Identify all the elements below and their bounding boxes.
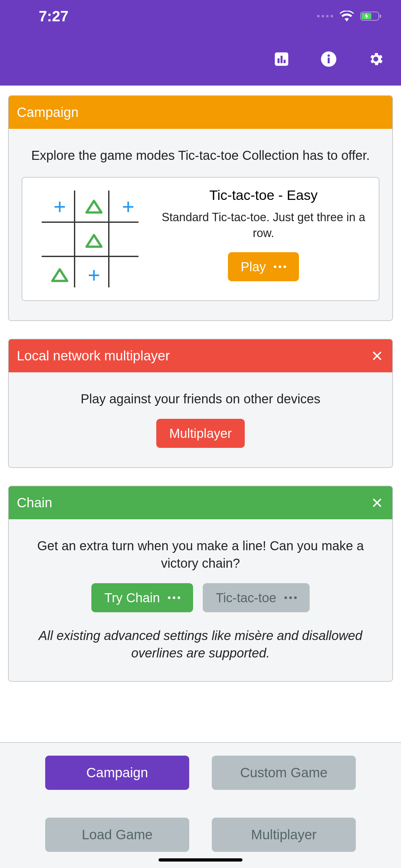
lan-card: Local network multiplayer Play against y… — [8, 339, 393, 468]
main-scroll[interactable]: Campaign Explore the game modes Tic-tac-… — [0, 86, 401, 742]
try-chain-button[interactable]: Try Chain — [91, 583, 193, 612]
campaign-tile[interactable]: + + + Tic-tac-toe - Easy Standard Tic-ta… — [22, 177, 379, 301]
tab-custom-game[interactable]: Custom Game — [212, 755, 356, 790]
svg-rect-6 — [283, 60, 285, 63]
more-dots-icon — [284, 596, 297, 599]
campaign-title: Campaign — [17, 104, 79, 120]
info-icon[interactable] — [320, 50, 338, 68]
more-dots-icon — [274, 266, 286, 268]
status-right — [317, 11, 382, 22]
more-dots-icon — [168, 596, 180, 599]
tictactoe-label: Tic-tac-toe — [216, 591, 276, 605]
lan-header: Local network multiplayer — [9, 339, 392, 372]
tab-campaign[interactable]: Campaign — [45, 755, 189, 790]
home-indicator — [158, 858, 243, 862]
chain-header: Chain — [9, 486, 392, 519]
tile-desc: Standard Tic-tac-toe. Just get three in … — [158, 210, 369, 241]
chain-title: Chain — [17, 495, 52, 510]
lan-title: Local network multiplayer — [17, 348, 170, 364]
chain-note: All existing advanced settings like misè… — [22, 627, 379, 662]
play-button[interactable]: Play — [228, 252, 299, 281]
svg-rect-5 — [281, 56, 282, 63]
svg-rect-2 — [380, 14, 381, 18]
bottom-tabs: Campaign Custom Game Load Game Multiplay… — [0, 742, 401, 868]
play-label: Play — [241, 259, 266, 274]
status-bar: 7:27 — [0, 0, 401, 32]
tab-load-game[interactable]: Load Game — [45, 817, 189, 852]
campaign-card: Campaign Explore the game modes Tic-tac-… — [8, 95, 393, 321]
signal-dots-icon — [317, 15, 333, 18]
multiplayer-label: Multiplayer — [169, 426, 232, 441]
svg-marker-10 — [87, 201, 101, 213]
try-chain-label: Try Chain — [104, 591, 160, 605]
svg-marker-11 — [87, 235, 101, 247]
tile-name: Tic-tac-toe - Easy — [158, 187, 369, 203]
campaign-header: Campaign — [9, 96, 392, 129]
close-icon[interactable] — [370, 496, 384, 510]
close-icon[interactable] — [370, 349, 384, 363]
svg-marker-12 — [52, 269, 67, 281]
tictactoe-button[interactable]: Tic-tac-toe — [203, 583, 309, 612]
chain-card: Chain Get an extra turn when you make a … — [8, 486, 393, 682]
tab-multiplayer[interactable]: Multiplayer — [212, 817, 356, 852]
wifi-icon — [340, 11, 354, 22]
status-time: 7:27 — [39, 7, 68, 25]
multiplayer-button[interactable]: Multiplayer — [156, 419, 244, 448]
svg-rect-8 — [328, 58, 330, 63]
battery-charging-icon — [360, 11, 382, 21]
tictactoe-board-icon: + + + — [32, 187, 148, 290]
svg-point-9 — [328, 54, 330, 57]
stats-icon[interactable] — [273, 50, 290, 68]
svg-rect-4 — [278, 58, 280, 63]
settings-gear-icon[interactable] — [367, 50, 385, 68]
lan-desc: Play against your friends on other devic… — [22, 390, 379, 407]
chain-desc: Get an extra turn when you make a line! … — [22, 537, 379, 572]
campaign-intro: Explore the game modes Tic-tac-toe Colle… — [22, 147, 379, 164]
app-bar — [0, 32, 401, 86]
